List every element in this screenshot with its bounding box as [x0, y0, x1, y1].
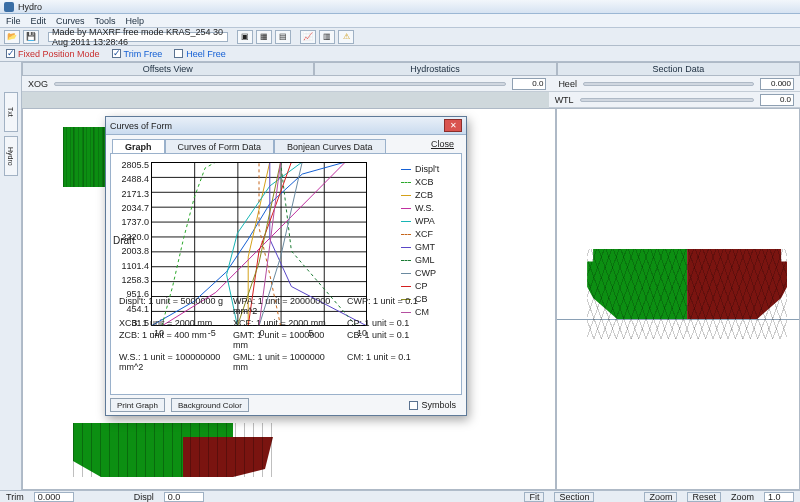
tool-a-icon[interactable]: ▣	[237, 30, 253, 44]
menu-tools[interactable]: Tools	[95, 16, 116, 26]
trim-value[interactable]: 0.000	[34, 492, 74, 502]
checkbox-icon	[6, 49, 15, 58]
fit-button[interactable]: Fit	[524, 492, 544, 502]
check-trim-free[interactable]: Trim Free	[112, 49, 163, 59]
check-fixed-position[interactable]: Fixed Position Mode	[6, 49, 100, 59]
tab-form-data[interactable]: Curves of Form Data	[165, 139, 275, 154]
left-toolbar: Txt Hydro	[0, 62, 22, 490]
slider-heel-label: Heel	[558, 79, 577, 89]
print-graph-button[interactable]: Print Graph	[110, 398, 165, 412]
toolbar: 📂 💾 Made by MAXRF free mode KRAS_254 30 …	[0, 28, 800, 46]
chart-units: Displ't: 1 unit = 5000000 gWPA: 1 unit =…	[119, 296, 453, 372]
section-button[interactable]: Section	[554, 492, 594, 502]
menu-file[interactable]: File	[6, 16, 21, 26]
dialog-footer: Print Graph Background Color Symbols	[110, 397, 462, 413]
pane-header-hydro: Hydrostatics	[314, 62, 557, 76]
close-icon[interactable]: ✕	[444, 119, 462, 132]
app-icon	[4, 2, 14, 12]
menu-help[interactable]: Help	[126, 16, 145, 26]
hull-profile-view	[73, 423, 273, 479]
dialog-close-link[interactable]: Close	[431, 139, 454, 149]
status-text: Made by MAXRF free mode KRAS_254 30 Aug …	[48, 32, 228, 42]
tab-bonjean-data[interactable]: Bonjean Curves Data	[274, 139, 386, 154]
zoom-label: Zoom	[731, 492, 754, 502]
checkbox-icon	[112, 49, 121, 58]
displ-label: Displ	[134, 492, 154, 502]
slider-xog-label: XOG	[28, 79, 48, 89]
canvas-section[interactable]	[556, 108, 800, 490]
tab-graph[interactable]: Graph	[112, 139, 165, 154]
dialog-tabs: Graph Curves of Form Data Bonjean Curves…	[106, 135, 466, 153]
curves-dialog: Curves of Form ✕ Close Graph Curves of F…	[105, 116, 467, 416]
slider-wtl[interactable]	[580, 98, 754, 102]
slider-xog-value[interactable]: 0.0	[512, 78, 546, 90]
tool-c-icon[interactable]: ▤	[275, 30, 291, 44]
side-btn-1[interactable]: Txt	[4, 92, 18, 132]
menu-edit[interactable]: Edit	[31, 16, 47, 26]
dialog-title: Curves of Form	[110, 121, 172, 131]
symbols-check[interactable]: Symbols	[409, 400, 456, 410]
slider-wtl-value[interactable]: 0.0	[760, 94, 794, 106]
pane-header-offsets: Offsets View	[22, 62, 314, 76]
tool-save-icon[interactable]: 💾	[23, 30, 39, 44]
slider-xog[interactable]	[54, 82, 506, 86]
hull-section-view	[587, 249, 787, 339]
slider-heel-value[interactable]: 0.000	[760, 78, 794, 90]
tool-b-icon[interactable]: ▦	[256, 30, 272, 44]
status-bar: Trim 0.000 Displ 0.0 Fit Section Zoom Re…	[0, 490, 800, 502]
trim-label: Trim	[6, 492, 24, 502]
zoom-button[interactable]: Zoom	[644, 492, 677, 502]
reset-button[interactable]: Reset	[687, 492, 721, 502]
mode-strip: Fixed Position Mode Trim Free Heel Free	[0, 46, 800, 62]
slider-heel[interactable]	[583, 82, 754, 86]
pane-header-section: Section Data	[557, 62, 800, 76]
tool-chart-icon[interactable]: 📈	[300, 30, 316, 44]
displ-value[interactable]: 0.0	[164, 492, 204, 502]
side-btn-2[interactable]: Hydro	[4, 136, 18, 176]
tool-grid-icon[interactable]: ▥	[319, 30, 335, 44]
dialog-body: Draft 2805.52488.42171.32034.71737.02220…	[110, 153, 462, 395]
menu-curves[interactable]: Curves	[56, 16, 85, 26]
tool-open-icon[interactable]: 📂	[4, 30, 20, 44]
bg-color-button[interactable]: Background Color	[171, 398, 249, 412]
tool-warn-icon[interactable]: ⚠	[338, 30, 354, 44]
dialog-titlebar[interactable]: Curves of Form ✕	[106, 117, 466, 135]
checkbox-icon	[409, 401, 418, 410]
check-heel-free[interactable]: Heel Free	[174, 49, 226, 59]
app-title: Hydro	[18, 2, 42, 12]
checkbox-icon	[174, 49, 183, 58]
slider-wtl-label: WTL	[555, 95, 574, 105]
app-titlebar: Hydro	[0, 0, 800, 14]
chart-legend: Displ'tXCBZCBW.S.WPAXCFGMTGMLCWPCPCBCM	[401, 164, 457, 317]
zoom-value[interactable]: 1.0	[764, 492, 794, 502]
